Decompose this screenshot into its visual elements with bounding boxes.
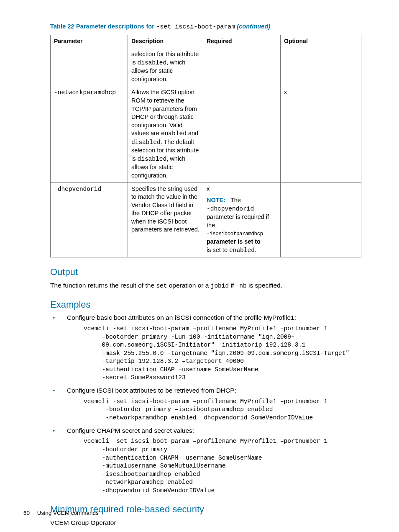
cell-opt [281,48,361,86]
note-label: NOTE: [207,197,225,203]
cell-req [203,86,281,182]
cell-desc: selection for this attribute is disabled… [128,48,203,86]
examples-heading: Examples [50,298,361,311]
table-row: -networkparamdhcp Allows the iSCSI optio… [51,86,361,182]
cell-opt: x [281,86,361,182]
code-block: vcemcli -set iscsi-boot-param –profilena… [84,325,361,382]
security-body: VCEM Group Operator [50,518,361,527]
table-title: Table 22 Parameter descriptions for -set… [50,23,361,31]
cell-param [51,48,128,86]
output-body: The function returns the result of the s… [50,281,361,290]
list-item: Configure basic boot attributes on an iS… [50,314,361,382]
cell-req [203,48,281,86]
table-title-prefix: Table 22 Parameter descriptions for [50,23,156,30]
th-optional: Optional [281,35,361,48]
cell-req: x NOTE: The -dhcpvendorid parameter is r… [203,182,281,257]
table-title-code: -set iscsi-boot-param [156,23,235,31]
cell-param: -networkparamdhcp [51,86,128,182]
parameter-table: Parameter Description Required Optional … [50,35,361,257]
table-row: -dhcpvendorid Specifies the string used … [51,182,361,257]
table-row: selection for this attribute is disabled… [51,48,361,86]
cell-desc: Specifies the string used to match the v… [128,182,203,257]
cell-param: -dhcpvendorid [51,182,128,257]
output-heading: Output [50,266,361,278]
th-required: Required [203,35,281,48]
cell-opt [281,182,361,257]
footer-text: Using VCEM commands [37,510,99,516]
cell-desc: Allows the iSCSI option ROM to retrieve … [128,86,203,182]
code-block: vcemcli -set iscsi-boot-param –profilena… [84,398,361,422]
page-footer: 60 Using VCEM commands [23,509,99,517]
note-block: NOTE: The -dhcpvendorid parameter is req… [207,196,277,254]
table-header-row: Parameter Description Required Optional [51,35,361,48]
page-number: 60 [23,510,30,516]
list-item: Configure CHAPM secret and secret values… [50,427,361,495]
list-item: Configure iSCSI boot attributes to be re… [50,386,361,422]
th-description: Description [128,35,203,48]
examples-list: Configure basic boot attributes on an iS… [50,314,361,495]
table-title-suffix: (continued) [235,23,270,30]
code-block: vcemcli -set iscsi-boot-param –profilena… [84,437,361,495]
th-parameter: Parameter [51,35,128,48]
